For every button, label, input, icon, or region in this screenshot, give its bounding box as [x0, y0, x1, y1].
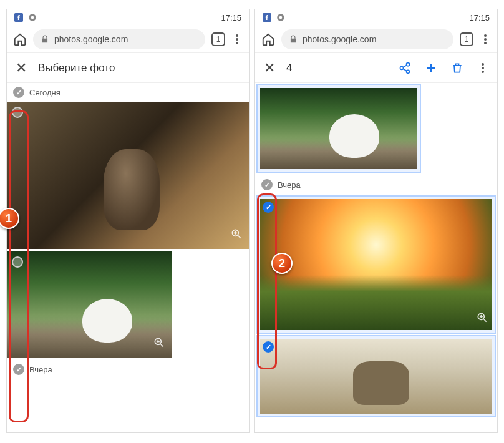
- svg-point-2: [31, 16, 34, 19]
- photo-thumbnail[interactable]: [7, 251, 172, 358]
- browser-menu-icon[interactable]: [480, 34, 491, 45]
- date-group-yesterday[interactable]: Вчера: [255, 175, 497, 194]
- close-icon[interactable]: ✕: [16, 61, 27, 75]
- svg-point-9: [400, 66, 404, 69]
- facebook-icon: [14, 13, 23, 22]
- url-text: photos.google.com: [303, 34, 376, 44]
- url-text: photos.google.com: [54, 34, 128, 44]
- photo-checkbox[interactable]: [263, 202, 274, 213]
- lock-icon: [41, 35, 49, 44]
- home-icon[interactable]: [13, 32, 27, 46]
- status-time: 17:15: [469, 13, 490, 22]
- zoom-icon[interactable]: [153, 336, 165, 351]
- status-time: 17:15: [221, 13, 241, 22]
- photo-checkbox[interactable]: [12, 256, 23, 268]
- date-group-today[interactable]: Сегодня: [7, 83, 249, 102]
- date-label: Вчера: [278, 180, 301, 190]
- close-icon[interactable]: ✕: [264, 61, 275, 75]
- photo-thumbnail[interactable]: [260, 199, 492, 330]
- browser-bar: photos.google.com 1: [255, 26, 497, 53]
- date-checkbox[interactable]: [261, 179, 273, 190]
- date-checkbox[interactable]: [13, 87, 24, 98]
- delete-icon[interactable]: [451, 62, 463, 74]
- photo-grid[interactable]: Вчера: [255, 83, 497, 432]
- photo-thumbnail[interactable]: [260, 88, 417, 169]
- photo-item[interactable]: [256, 335, 496, 417]
- date-group-yesterday[interactable]: Вчера: [7, 360, 249, 379]
- selected-count: 4: [286, 62, 387, 74]
- selection-header: ✕ Выберите фото: [7, 53, 249, 83]
- photo-checkbox[interactable]: [263, 341, 274, 353]
- tab-count[interactable]: 1: [460, 32, 473, 46]
- status-bar: 17:15: [7, 9, 249, 26]
- tab-count[interactable]: 1: [211, 32, 225, 46]
- browser-bar: photos.google.com 1: [7, 26, 249, 53]
- facebook-icon: [263, 13, 271, 22]
- date-label: Вчера: [29, 365, 52, 374]
- photo-thumbnail[interactable]: [7, 102, 249, 249]
- browser-menu-icon[interactable]: [231, 34, 243, 45]
- add-icon[interactable]: [425, 62, 437, 74]
- lock-icon: [289, 35, 298, 44]
- photo-thumbnail[interactable]: [260, 339, 492, 414]
- chrome-icon: [276, 13, 285, 22]
- selection-header: ✕ 4: [255, 53, 497, 83]
- zoom-icon[interactable]: [476, 311, 488, 326]
- photo-checkbox[interactable]: [12, 107, 23, 118]
- photo-item[interactable]: [256, 84, 421, 173]
- header-title: Выберите фото: [38, 62, 240, 74]
- phone-right: 17:15 photos.google.com 1 ✕ 4: [254, 9, 498, 433]
- share-icon[interactable]: [399, 62, 411, 74]
- date-checkbox[interactable]: [13, 364, 24, 375]
- photo-item[interactable]: [7, 251, 172, 358]
- annotation-badge-2: 2: [271, 253, 293, 274]
- photo-item[interactable]: [7, 102, 249, 249]
- url-bar[interactable]: photos.google.com: [281, 29, 453, 49]
- more-icon[interactable]: [477, 62, 488, 74]
- photo-grid[interactable]: Сегодня Вчера: [7, 83, 249, 432]
- url-bar[interactable]: photos.google.com: [33, 29, 205, 49]
- home-icon[interactable]: [261, 32, 275, 46]
- chrome-icon: [28, 13, 37, 22]
- svg-point-7: [279, 16, 283, 19]
- svg-point-8: [407, 62, 410, 66]
- status-bar: 17:15: [255, 9, 497, 26]
- phone-left: 17:15 photos.google.com 1 ✕ Выберите фот…: [6, 9, 250, 433]
- svg-point-10: [407, 70, 410, 73]
- date-label: Сегодня: [29, 88, 61, 97]
- zoom-icon[interactable]: [230, 228, 243, 243]
